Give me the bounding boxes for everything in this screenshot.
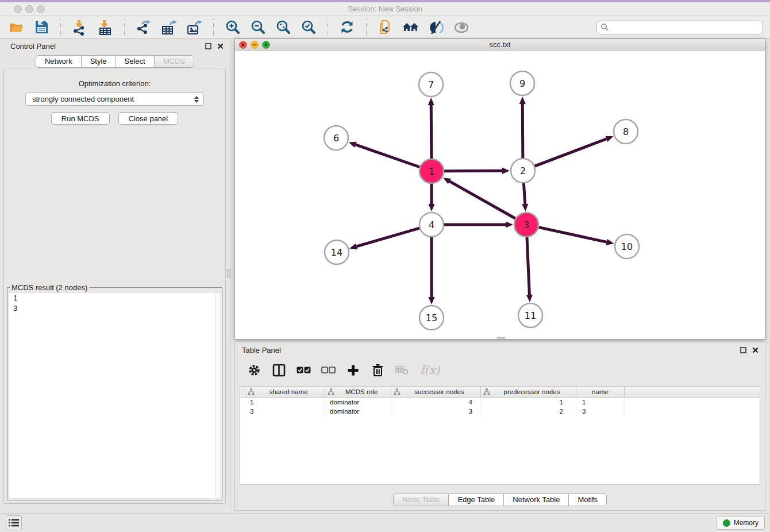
gear-icon [248, 364, 261, 377]
table-row[interactable]: 3 dominator 3 2 3 [240, 407, 760, 416]
graph-node-9[interactable]: 9 [510, 71, 534, 95]
graph-node-15[interactable]: 15 [419, 306, 444, 330]
tab-network-table[interactable]: Network Table [504, 494, 569, 506]
optimization-criterion-label: Optimization criterion: [4, 79, 225, 88]
column-header-successor-nodes[interactable]: successor nodes [391, 387, 481, 397]
panel-splitter-handle[interactable] [227, 269, 231, 278]
close-table-panel-button[interactable] [751, 346, 759, 354]
cell-name[interactable]: 1 [576, 398, 625, 407]
search-field[interactable] [596, 21, 763, 34]
cell-shared-name[interactable]: 3 [245, 407, 325, 416]
graph-node-2[interactable]: 2 [511, 159, 535, 183]
search-input[interactable] [611, 22, 763, 33]
close-panel-push-button[interactable]: Close panel [118, 112, 179, 125]
graph-edge-2-8[interactable] [535, 136, 614, 167]
zoom-selected-button[interactable] [299, 18, 318, 37]
graph-edge-4-15[interactable] [429, 237, 435, 304]
run-mcds-button[interactable]: Run MCDS [51, 112, 110, 125]
delete-table-button[interactable] [394, 362, 410, 378]
graph-edge-2-3[interactable] [522, 183, 528, 211]
network-window-titlebar[interactable]: scc.txt [235, 39, 765, 51]
cell-mcds-role[interactable]: dominator [325, 407, 391, 416]
cell-predecessor-nodes[interactable]: 1 [481, 398, 576, 407]
tab-select[interactable]: Select [116, 55, 155, 68]
column-header-shared-name[interactable]: shared name [245, 387, 325, 397]
canvas-hscroll-handle[interactable] [496, 337, 506, 339]
duplicate-network-button[interactable] [376, 18, 395, 37]
cell-successor-nodes[interactable]: 3 [391, 407, 481, 416]
home-layout-button[interactable] [402, 18, 420, 37]
graph-node-14[interactable]: 14 [325, 240, 349, 264]
criterion-select[interactable]: strongly connected component [25, 92, 204, 106]
cell-name[interactable]: 3 [576, 407, 625, 416]
graph-node-3[interactable]: 3 [514, 213, 538, 237]
zoom-in-button[interactable] [224, 18, 242, 37]
zoom-window-button[interactable] [37, 5, 45, 13]
function-builder-button[interactable]: f(x) [420, 363, 440, 377]
table-settings-button[interactable] [246, 362, 262, 378]
graph-node-11[interactable]: 11 [518, 303, 542, 327]
table-row[interactable]: 1 dominator 4 1 1 [240, 398, 760, 407]
export-table-button[interactable] [160, 18, 178, 37]
select-all-button[interactable] [295, 362, 311, 378]
export-network-button[interactable] [134, 18, 153, 37]
close-network-button[interactable] [239, 41, 247, 49]
cell-successor-nodes[interactable]: 4 [391, 398, 481, 407]
zoom-fit-button[interactable] [274, 18, 292, 37]
minimize-window-button[interactable] [25, 5, 33, 13]
graph-node-1[interactable]: 1 [419, 159, 444, 183]
cell-mcds-role[interactable]: dominator [325, 398, 391, 407]
tab-network[interactable]: Network [36, 55, 82, 68]
list-icon [9, 519, 19, 527]
graph-node-6[interactable]: 6 [324, 126, 348, 150]
graph-node-10[interactable]: 10 [615, 234, 639, 259]
save-session-button[interactable] [32, 18, 51, 37]
import-table-button[interactable] [96, 18, 114, 37]
memory-button[interactable]: Memory [717, 516, 765, 530]
export-image-button[interactable] [185, 18, 203, 37]
graph-edge-4-14[interactable] [349, 228, 419, 249]
maximize-network-button[interactable] [262, 41, 270, 49]
tab-motifs[interactable]: Motifs [569, 494, 607, 506]
graph-edge-3-11[interactable] [526, 237, 533, 302]
column-header-predecessor-nodes[interactable]: predecessor nodes [481, 387, 576, 397]
graph-edge-1-2[interactable] [444, 168, 510, 174]
delete-column-button[interactable] [369, 362, 386, 378]
zoom-out-button[interactable] [249, 18, 267, 37]
style-appearance-button[interactable] [427, 18, 445, 37]
open-session-button[interactable] [7, 18, 25, 37]
tab-mcds[interactable]: MCDS [155, 55, 194, 68]
tab-edge-table[interactable]: Edge Table [449, 494, 504, 506]
tab-node-table[interactable]: Node Table [393, 494, 449, 506]
graph-edge-1-7[interactable] [428, 98, 434, 159]
minimize-network-button[interactable] [251, 41, 259, 49]
import-network-button[interactable] [71, 18, 89, 37]
deselect-all-button[interactable] [320, 362, 336, 378]
column-header-mcds-role[interactable]: MCDS role [325, 387, 391, 397]
hide-panel-button[interactable] [452, 18, 471, 37]
add-column-button[interactable] [345, 362, 361, 378]
column-header-name[interactable]: name [576, 387, 625, 397]
graph-node-7[interactable]: 7 [419, 72, 443, 97]
graph-edge-1-6[interactable] [349, 142, 420, 167]
show-columns-button[interactable] [271, 362, 287, 378]
network-canvas[interactable]: 7968124314101511 [235, 51, 765, 339]
graph-edge-2-9[interactable] [519, 97, 526, 158]
cell-shared-name[interactable]: 1 [245, 398, 325, 407]
task-history-button[interactable] [6, 515, 22, 530]
close-window-button[interactable] [14, 5, 22, 13]
graph-edge-1-4[interactable] [429, 184, 435, 211]
float-panel-button[interactable] [204, 42, 212, 50]
cell-predecessor-nodes[interactable]: 2 [481, 407, 576, 416]
graph-edge-3-10[interactable] [538, 228, 614, 245]
style-appearance-icon [428, 20, 444, 35]
refresh-button[interactable] [338, 18, 356, 37]
graph-edge-3-1[interactable] [443, 178, 515, 218]
close-panel-button[interactable] [216, 42, 224, 50]
result-scrollbar[interactable] [215, 293, 220, 498]
float-table-panel-button[interactable] [739, 346, 747, 354]
graph-node-8[interactable]: 8 [614, 119, 638, 144]
tab-style[interactable]: Style [82, 55, 116, 68]
graph-node-4[interactable]: 4 [419, 213, 444, 237]
graph-edge-4-3[interactable] [444, 222, 513, 228]
